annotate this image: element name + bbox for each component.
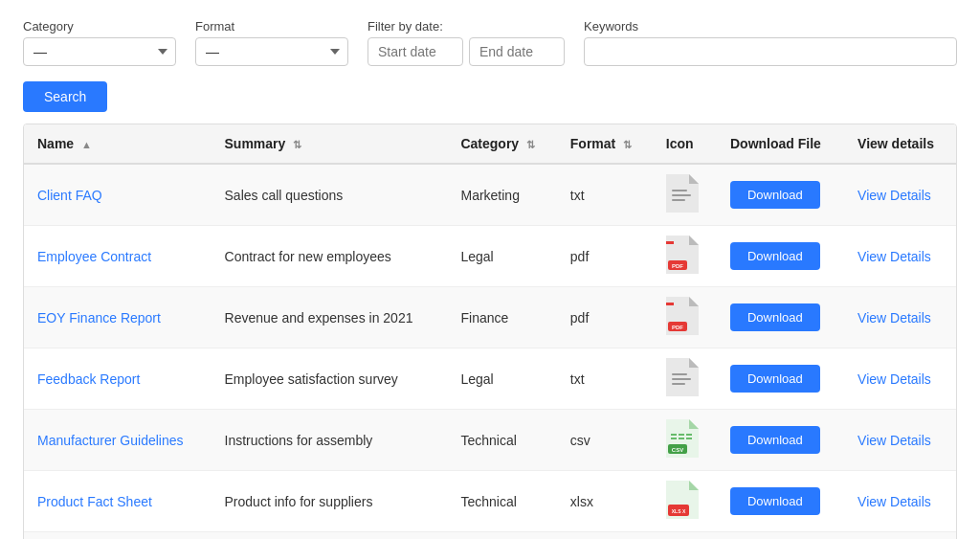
- download-button[interactable]: Download: [730, 303, 820, 331]
- name-link[interactable]: Product Fact Sheet: [37, 494, 152, 509]
- cell-view: View Details: [844, 348, 956, 410]
- sort-icon-summary: ⇅: [293, 139, 301, 151]
- cell-name: Manufacturer Guidelines: [24, 410, 212, 471]
- cell-download: Download: [717, 164, 844, 226]
- file-icon-txt: [666, 358, 699, 396]
- svg-rect-17: [672, 373, 687, 375]
- download-button[interactable]: Download: [730, 181, 820, 209]
- start-date-input[interactable]: [368, 37, 463, 66]
- cell-download: Download: [717, 226, 844, 287]
- table-row: Manufacturer Guidelines Instructions for…: [24, 410, 956, 471]
- svg-rect-24: [671, 434, 677, 436]
- cell-category: Legal: [447, 226, 556, 287]
- table-row: Product Feedback Customer feedback and r…: [24, 532, 956, 540]
- sort-icon-format: ⇅: [623, 139, 632, 151]
- table-row: Product Fact Sheet Product info for supp…: [24, 471, 956, 532]
- view-details-link[interactable]: View Details: [858, 433, 931, 448]
- cell-icon: CSV: [653, 410, 717, 471]
- cell-format: txt: [557, 164, 653, 226]
- view-details-link[interactable]: View Details: [858, 494, 931, 509]
- cell-summary: Contract for new employees: [212, 226, 448, 287]
- page-container: Category — Marketing Legal Finance Techn…: [0, 0, 980, 539]
- keywords-input[interactable]: [584, 37, 957, 66]
- date-label: Filter by date:: [368, 19, 565, 34]
- cell-format: xlsx: [557, 471, 653, 532]
- cell-format: csv: [557, 410, 653, 471]
- svg-rect-18: [672, 378, 691, 380]
- search-button[interactable]: Search: [23, 81, 107, 112]
- cell-summary: Revenue and expenses in 2021: [212, 287, 448, 348]
- cell-format: pdf: [557, 287, 653, 348]
- table-header-row: Name ▲ Summary ⇅ Category ⇅ Format ⇅: [24, 124, 956, 164]
- view-details-link[interactable]: View Details: [858, 249, 931, 264]
- cell-download: Download: [717, 287, 844, 348]
- svg-rect-2: [672, 190, 687, 191]
- cell-view: View Details: [844, 287, 956, 348]
- col-header-summary[interactable]: Summary ⇅: [212, 124, 448, 164]
- name-link[interactable]: EOY Finance Report: [37, 310, 161, 326]
- download-button[interactable]: Download: [730, 426, 820, 454]
- svg-text:CSV: CSV: [672, 447, 683, 453]
- svg-rect-12: [666, 303, 674, 305]
- cell-summary: Customer feedback and reviews: [212, 532, 448, 540]
- table-row: EOY Finance Report Revenue and expenses …: [24, 287, 956, 348]
- cell-format: txt: [557, 348, 653, 410]
- col-header-format[interactable]: Format ⇅: [557, 124, 653, 164]
- cell-category: Legal: [447, 348, 556, 410]
- name-link[interactable]: Employee Contract: [37, 249, 151, 264]
- name-link[interactable]: Client FAQ: [37, 188, 102, 203]
- name-link[interactable]: Manufacturer Guidelines: [37, 433, 184, 448]
- keywords-label: Keywords: [584, 19, 957, 34]
- cell-name: Client FAQ: [24, 164, 212, 226]
- svg-marker-6: [689, 236, 699, 245]
- cell-summary: Instructions for assembly: [212, 410, 448, 471]
- svg-marker-11: [689, 297, 699, 306]
- cell-summary: Sales call questions: [212, 164, 448, 226]
- format-select[interactable]: — txt pdf csv xlsx: [195, 37, 348, 66]
- cell-format: pdf: [557, 532, 653, 540]
- file-icon-txt: [666, 174, 699, 213]
- download-button[interactable]: Download: [730, 365, 820, 393]
- format-filter-group: Format — txt pdf csv xlsx: [195, 19, 348, 66]
- view-details-link[interactable]: View Details: [858, 371, 931, 387]
- cell-download: Download: [717, 532, 844, 540]
- cell-name: EOY Finance Report: [24, 287, 212, 348]
- cell-category: Finance: [447, 287, 556, 348]
- cell-summary: Employee satisfaction survey: [212, 348, 448, 410]
- cell-name: Feedback Report: [24, 348, 212, 410]
- col-header-view: View details: [844, 124, 956, 164]
- cell-download: Download: [717, 348, 844, 410]
- file-icon-pdf: PDF: [666, 236, 699, 274]
- table-row: Feedback Report Employee satisfaction su…: [24, 348, 956, 410]
- cell-category: Technical: [447, 471, 556, 532]
- file-icon-xlsx: XLS X: [666, 481, 699, 519]
- name-link[interactable]: Feedback Report: [37, 371, 140, 387]
- svg-rect-29: [686, 438, 692, 439]
- cell-download: Download: [717, 471, 844, 532]
- data-table: Name ▲ Summary ⇅ Category ⇅ Format ⇅: [24, 124, 956, 539]
- col-header-category[interactable]: Category ⇅: [447, 124, 556, 164]
- end-date-input[interactable]: [469, 37, 565, 66]
- svg-rect-27: [671, 438, 677, 439]
- svg-marker-21: [689, 419, 699, 429]
- svg-rect-26: [686, 434, 692, 436]
- download-button[interactable]: Download: [730, 242, 820, 270]
- svg-rect-3: [672, 194, 691, 196]
- cell-view: View Details: [844, 471, 956, 532]
- svg-text:PDF: PDF: [672, 325, 683, 330]
- cell-summary: Product info for suppliers: [212, 471, 448, 532]
- category-select[interactable]: — Marketing Legal Finance Technical: [23, 37, 176, 66]
- col-header-icon: Icon: [653, 124, 717, 164]
- cell-name: Employee Contract: [24, 226, 212, 287]
- col-header-name[interactable]: Name ▲: [24, 124, 212, 164]
- cell-view: View Details: [844, 532, 956, 540]
- svg-rect-25: [679, 434, 684, 436]
- view-details-link[interactable]: View Details: [858, 188, 931, 203]
- svg-text:XLS X: XLS X: [672, 508, 686, 514]
- download-button[interactable]: Download: [730, 487, 820, 515]
- cell-category: Marketing: [447, 164, 556, 226]
- cell-category: Marketing: [447, 532, 556, 540]
- view-details-link[interactable]: View Details: [858, 310, 931, 326]
- date-filter-group: Filter by date:: [368, 19, 565, 66]
- cell-icon: PDF: [653, 226, 717, 287]
